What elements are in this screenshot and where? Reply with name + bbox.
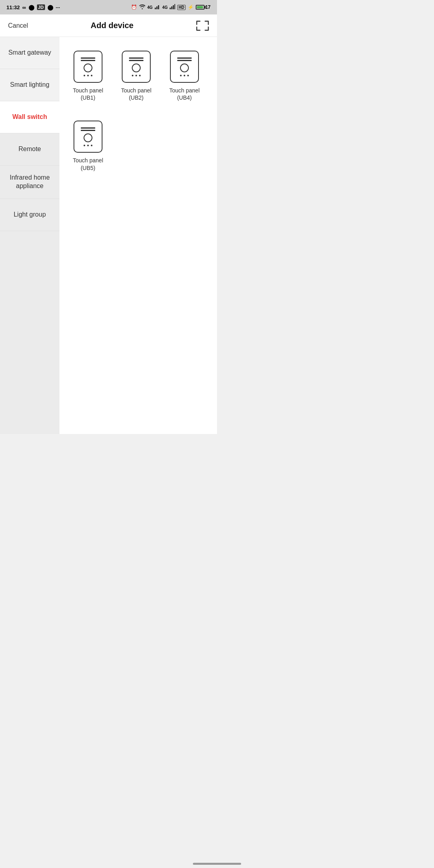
4g-icon: 4G — [147, 5, 153, 10]
svg-rect-5 — [171, 6, 172, 9]
device-label-ub4: Touch panel(UB4) — [169, 87, 200, 101]
sidebar-item-wall-switch[interactable]: Wall switch — [0, 101, 59, 133]
sidebar-item-smart-gateway[interactable]: Smart gateway — [0, 37, 59, 69]
sidebar-item-infrared-home-appliance[interactable]: Infrared home appliance — [0, 166, 59, 199]
sidebar-item-light-group[interactable]: Light group — [0, 199, 59, 231]
svg-rect-3 — [160, 4, 160, 9]
svg-rect-1 — [156, 6, 158, 9]
sidebar-item-remote[interactable]: Remote — [0, 133, 59, 166]
device-label-ub5: Touch panel(UB5) — [73, 157, 103, 171]
content-area: Touch panel(UB1) — [59, 37, 217, 434]
status-left: 11:32 ∞ ⬤ JD ⬤ ··· — [6, 4, 60, 10]
alarm-icon: ⏰ — [131, 4, 137, 10]
status-bar: 11:32 ∞ ⬤ JD ⬤ ··· ⏰ 4G 4G HD ⚡ 17 — [0, 0, 217, 14]
device-item-ub2[interactable]: Touch panel(UB2) — [114, 45, 158, 107]
signal2-icon — [170, 4, 175, 10]
device-label-ub2: Touch panel(UB2) — [121, 87, 151, 101]
header: Cancel Add device — [0, 14, 217, 37]
signal-icon — [155, 4, 160, 10]
main-layout: Smart gateway Smart lighting Wall switch… — [0, 37, 217, 434]
hd-icon: HD — [177, 5, 185, 10]
device-icon-ub2 — [122, 51, 151, 83]
device-label-ub1: Touch panel(UB1) — [73, 87, 103, 101]
scan-button[interactable] — [196, 20, 209, 31]
svg-rect-2 — [158, 5, 159, 9]
4g2-icon: 4G — [162, 5, 168, 10]
device-grid: Touch panel(UB1) — [66, 45, 211, 177]
battery-block: 17 — [196, 4, 211, 10]
circle2-icon: ⬤ — [47, 4, 53, 10]
sidebar: Smart gateway Smart lighting Wall switch… — [0, 37, 59, 434]
device-item-ub4[interactable]: Touch panel(UB4) — [162, 45, 207, 107]
device-icon-ub5 — [74, 121, 102, 153]
sidebar-item-smart-lighting[interactable]: Smart lighting — [0, 69, 59, 101]
svg-rect-4 — [170, 8, 171, 9]
device-icon-ub4 — [170, 51, 199, 83]
infinity-icon: ∞ — [22, 4, 26, 10]
cancel-button[interactable]: Cancel — [8, 22, 28, 29]
svg-rect-0 — [155, 8, 156, 9]
circle-icon: ⬤ — [29, 4, 35, 10]
device-icon-ub1 — [74, 51, 102, 83]
device-item-ub1[interactable]: Touch panel(UB1) — [66, 45, 110, 107]
svg-rect-7 — [174, 4, 175, 9]
dots-icon: ··· — [56, 4, 60, 10]
time: 11:32 — [6, 4, 20, 10]
page-title: Add device — [91, 21, 134, 30]
battery-level: 17 — [205, 4, 211, 10]
wifi-icon — [139, 4, 145, 10]
jd-icon: JD — [37, 4, 45, 10]
svg-rect-6 — [173, 5, 174, 9]
status-right: ⏰ 4G 4G HD ⚡ 17 — [131, 4, 211, 10]
bolt-icon: ⚡ — [188, 4, 194, 10]
device-item-ub5[interactable]: Touch panel(UB5) — [66, 115, 110, 177]
